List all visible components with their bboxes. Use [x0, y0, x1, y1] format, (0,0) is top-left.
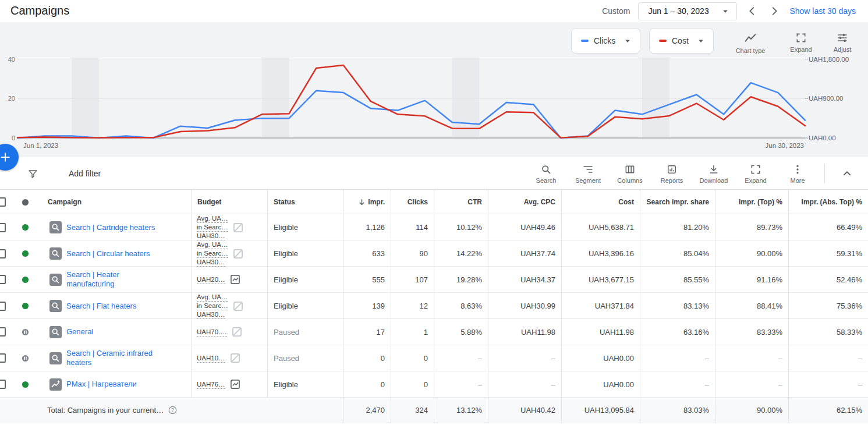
cell-abs_top: –	[788, 345, 868, 371]
weekend-band	[642, 58, 669, 139]
collapse-table-button[interactable]	[831, 167, 863, 180]
budget-text[interactable]: Avg. UA…	[197, 240, 228, 249]
budget-text[interactable]: UAH30…	[197, 258, 225, 267]
chart-expand-button[interactable]: Expand	[780, 32, 823, 53]
budget-cell: Avg. UA…in Searc…UAH30…	[191, 240, 267, 267]
column-header-impr[interactable]: Impr.	[343, 190, 391, 214]
row-checkbox-cell	[0, 214, 15, 240]
help-icon[interactable]: ?	[168, 406, 177, 415]
date-range-value: Jun 1 – 30, 2023	[648, 6, 708, 16]
row-checkbox[interactable]	[0, 327, 6, 337]
campaign-status-dot[interactable]	[15, 240, 35, 267]
cell-sis: 85.04%	[640, 240, 715, 267]
column-header-campaign[interactable]: Campaign	[35, 190, 191, 214]
previous-period-button[interactable]	[745, 4, 759, 18]
budget-text[interactable]: UAH20…	[197, 275, 225, 284]
segment-button[interactable]: Segment	[567, 164, 609, 184]
budget-text[interactable]: Avg. UA…	[197, 214, 228, 223]
campaign-link[interactable]: Search | Flat heaters	[66, 302, 136, 311]
campaign-status-dot[interactable]	[15, 319, 35, 345]
campaign-link[interactable]: Search | Cartridge heaters	[66, 223, 155, 232]
caret-down-icon	[720, 6, 731, 16]
campaign-status-dot[interactable]	[15, 267, 35, 292]
bid-strategy-chart-icon[interactable]	[229, 274, 241, 285]
show-last-30-days-link[interactable]: Show last 30 days	[789, 6, 856, 16]
budget-text[interactable]: UAH76…	[197, 380, 225, 389]
clicks-series-swatch	[581, 40, 589, 42]
reports-button[interactable]: Reports	[651, 164, 693, 184]
bid-strategy-chart-icon	[231, 326, 243, 338]
campaign-link[interactable]: Search | Circular heaters	[66, 249, 150, 258]
left-axis-tick: 0	[12, 134, 15, 141]
cell-abs_top: 58.33%	[788, 319, 868, 345]
cell-impr: 139	[343, 293, 391, 319]
budget-text[interactable]: UAH30…	[197, 310, 225, 319]
budget-text[interactable]: in Searc…	[197, 302, 228, 310]
left-axis-tick: 40	[8, 56, 15, 63]
campaign-status-dot[interactable]	[15, 293, 35, 319]
column-header-abs_top[interactable]: Impr. (Abs. Top) %	[788, 190, 868, 214]
add-filter-button[interactable]: Add filter	[27, 157, 101, 190]
row-checkbox[interactable]	[0, 302, 6, 311]
cell-impr: 633	[343, 240, 391, 267]
download-button[interactable]: Download	[693, 164, 735, 184]
budget-text[interactable]: in Searc…	[197, 249, 228, 258]
cell-abs_top: 52.46%	[788, 267, 868, 292]
column-header-cost[interactable]: Cost	[561, 190, 640, 214]
row-checkbox[interactable]	[0, 223, 6, 232]
row-checkbox-cell	[0, 267, 15, 292]
right-axis-tick: UAH900.00	[809, 95, 843, 102]
columns-icon	[624, 164, 636, 175]
column-header-top[interactable]: Impr. (Top) %	[715, 190, 788, 214]
budget-text[interactable]: UAH30…	[197, 232, 225, 240]
next-period-button[interactable]	[767, 4, 781, 18]
campaign-cell: Search | Heater manufacturing	[35, 267, 191, 292]
column-header-ctr[interactable]: CTR	[434, 190, 488, 214]
bid-strategy-chart-icon[interactable]	[229, 378, 241, 390]
column-header-clicks[interactable]: Clicks	[391, 190, 434, 214]
cell-cpc: –	[488, 371, 561, 397]
row-checkbox[interactable]	[0, 275, 6, 284]
columns-button[interactable]: Columns	[609, 164, 651, 184]
more-button[interactable]: More	[777, 164, 819, 184]
row-checkbox-cell	[0, 319, 15, 345]
campaign-status-dot[interactable]	[15, 345, 35, 371]
status-dot-header[interactable]	[15, 190, 35, 214]
cell-clicks: 0	[391, 345, 434, 371]
campaign-status-dot[interactable]	[15, 214, 35, 240]
expand-button[interactable]: Expand	[735, 164, 777, 184]
row-checkbox[interactable]	[0, 380, 6, 389]
total-abs_top: 62.15%	[788, 398, 868, 423]
row-checkbox[interactable]	[0, 249, 6, 258]
cell-top: –	[715, 371, 788, 397]
chart-type-button[interactable]: Chart type	[729, 32, 772, 54]
campaign-link[interactable]: General	[66, 327, 93, 337]
chart-adjust-button[interactable]: Adjust	[821, 32, 864, 53]
budget-text[interactable]: Avg. UA…	[197, 293, 228, 302]
cell-sis: –	[640, 371, 715, 397]
total-cost: UAH13,095.84	[561, 398, 640, 423]
cost-series-swatch	[659, 40, 667, 42]
date-range-picker[interactable]: Jun 1 – 30, 2023	[638, 2, 737, 20]
campaigns-table-body: Search | Cartridge heatersAvg. UA…in Sea…	[0, 214, 868, 398]
budget-text[interactable]: UAH70.…	[197, 328, 227, 337]
cell-cost: UAH11.98	[561, 319, 640, 345]
weekend-band	[72, 58, 99, 139]
cell-cost: UAH3,677.15	[561, 267, 640, 292]
select-all-checkbox[interactable]	[0, 197, 6, 207]
row-checkbox[interactable]	[0, 353, 6, 363]
campaign-status-dot[interactable]	[15, 371, 35, 397]
campaign-link[interactable]: Search | Ceramic infrared heaters	[66, 349, 162, 367]
budget-text[interactable]: UAH10…	[197, 354, 225, 363]
search-button[interactable]: Search	[525, 164, 567, 184]
column-header-sis[interactable]: Search impr. share	[640, 190, 715, 214]
metric-selector-clicks[interactable]: Clicks	[571, 28, 640, 54]
campaign-link[interactable]: Search | Heater manufacturing	[66, 270, 162, 289]
budget-text[interactable]: in Searc…	[197, 223, 228, 232]
column-header-budget[interactable]: Budget	[191, 190, 267, 214]
metric-selector-cost[interactable]: Cost	[649, 28, 714, 54]
campaign-link[interactable]: PMax | Нагреватели	[66, 380, 137, 389]
budget-cell: Avg. UA…in Searc…UAH30…	[191, 293, 267, 319]
column-header-status[interactable]: Status	[267, 190, 343, 214]
column-header-cpc[interactable]: Avg. CPC	[488, 190, 561, 214]
